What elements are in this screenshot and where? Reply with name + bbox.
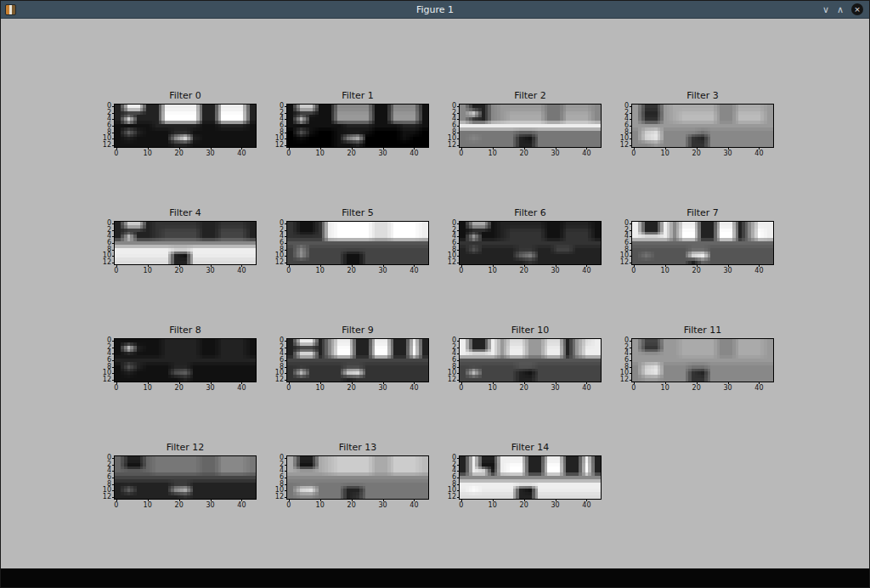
- x-tick-mark: [759, 264, 760, 267]
- y-tick-mark: [285, 236, 287, 237]
- x-tick-mark: [634, 382, 635, 384]
- x-tick-label: 40: [582, 502, 590, 509]
- filter-heatmap-image: [115, 456, 256, 499]
- x-tick-mark: [148, 382, 149, 384]
- y-tick-mark: [112, 263, 115, 263]
- x-tick-label: 10: [144, 385, 152, 392]
- x-tick-label: 20: [692, 385, 701, 392]
- y-tick-mark: [112, 360, 115, 361]
- y-tick-mark: [285, 341, 287, 342]
- x-tick-mark: [352, 382, 353, 384]
- x-tick-label: 0: [286, 268, 291, 274]
- x-tick-label: 20: [520, 385, 528, 392]
- subplot-title: Filter 3: [631, 90, 774, 101]
- x-tick-mark: [665, 147, 666, 150]
- y-tick-label: 12: [448, 376, 456, 383]
- y-tick-mark: [112, 139, 115, 139]
- x-tick-label: 20: [175, 150, 184, 157]
- plot-area: 024681012010203040: [286, 104, 429, 148]
- x-tick-mark: [320, 382, 321, 384]
- x-tick-mark: [697, 382, 698, 384]
- x-tick-label: 10: [489, 268, 497, 274]
- subplot-title: Filter 0: [114, 90, 257, 101]
- y-tick-mark: [285, 230, 287, 231]
- x-tick-label: 10: [144, 150, 152, 157]
- window-shade-button[interactable]: ∨: [822, 4, 829, 15]
- x-tick-label: 30: [206, 502, 214, 509]
- y-tick-mark: [457, 106, 460, 107]
- plot-area: 024681012010203040: [459, 338, 602, 382]
- x-tick-mark: [728, 382, 729, 384]
- subplot-title: Filter 12: [114, 442, 257, 453]
- x-tick-label: 30: [551, 150, 559, 157]
- x-tick-mark: [116, 499, 117, 501]
- subplot-title: Filter 2: [459, 90, 602, 101]
- x-tick-mark: [634, 147, 635, 150]
- x-tick-mark: [524, 499, 525, 501]
- x-tick-label: 30: [206, 150, 214, 157]
- window-maximize-button[interactable]: ∧: [837, 4, 844, 15]
- y-tick-mark: [457, 373, 460, 374]
- y-tick-mark: [285, 250, 287, 251]
- y-tick-mark: [457, 236, 460, 237]
- x-tick-mark: [241, 499, 242, 501]
- x-tick-mark: [320, 499, 321, 501]
- y-tick-mark: [285, 145, 287, 146]
- x-tick-mark: [493, 499, 494, 501]
- y-tick-mark: [285, 458, 287, 459]
- x-tick-mark: [728, 264, 729, 267]
- x-tick-mark: [524, 382, 525, 384]
- filter-heatmap-image: [460, 222, 601, 264]
- y-tick-mark: [457, 250, 460, 251]
- x-tick-mark: [116, 264, 117, 267]
- y-tick-mark: [112, 256, 115, 257]
- titlebar[interactable]: Figure 1 ∨ ∧ ×: [1, 1, 869, 19]
- x-tick-label: 30: [551, 385, 559, 392]
- subplot-title: Filter 8: [114, 325, 257, 336]
- x-tick-label: 0: [459, 150, 463, 157]
- y-tick-label: 12: [620, 376, 629, 383]
- x-tick-label: 10: [144, 502, 152, 509]
- subplot: Filter 9024681012010203040: [266, 325, 438, 442]
- filter-heatmap-image: [460, 456, 601, 499]
- y-tick-mark: [112, 106, 115, 107]
- y-tick-mark: [285, 133, 287, 133]
- x-tick-mark: [697, 147, 698, 150]
- x-tick-label: 30: [723, 268, 732, 274]
- y-tick-mark: [112, 223, 115, 224]
- x-tick-label: 40: [410, 502, 418, 509]
- y-tick-mark: [457, 360, 460, 361]
- x-tick-label: 20: [347, 150, 356, 157]
- y-tick-mark: [630, 348, 632, 348]
- window-close-button[interactable]: ×: [851, 3, 863, 15]
- y-tick-label: 12: [620, 142, 629, 149]
- subplot: Filter 5024681012010203040: [266, 207, 438, 325]
- x-tick-mark: [414, 382, 415, 384]
- y-tick-mark: [630, 250, 632, 251]
- y-tick-mark: [285, 119, 287, 120]
- y-tick-mark: [630, 139, 632, 139]
- y-tick-mark: [630, 113, 632, 114]
- figure-window: Figure 1 ∨ ∧ × Filter 002468101201020304…: [0, 0, 870, 588]
- y-tick-mark: [630, 106, 632, 107]
- window-controls: ∨ ∧ ×: [822, 3, 869, 15]
- x-tick-label: 20: [520, 150, 528, 157]
- filter-heatmap-image: [460, 105, 601, 147]
- x-tick-label: 40: [582, 385, 590, 392]
- x-tick-label: 40: [410, 385, 418, 392]
- plot-area: 024681012010203040: [286, 221, 429, 265]
- y-tick-mark: [112, 484, 115, 485]
- x-tick-label: 10: [661, 150, 669, 157]
- y-tick-mark: [630, 380, 632, 381]
- subplot: Filter 10024681012010203040: [438, 325, 611, 442]
- x-tick-label: 20: [175, 502, 184, 509]
- x-tick-label: 20: [520, 502, 528, 509]
- x-tick-mark: [179, 264, 180, 267]
- x-tick-mark: [524, 147, 525, 150]
- y-tick-mark: [285, 113, 287, 114]
- x-tick-label: 20: [520, 268, 528, 274]
- y-tick-label: 12: [448, 259, 456, 266]
- x-tick-label: 10: [489, 385, 497, 392]
- y-tick-mark: [630, 263, 632, 263]
- figure-canvas: Filter 0024681012010203040Filter 1024681…: [1, 19, 869, 568]
